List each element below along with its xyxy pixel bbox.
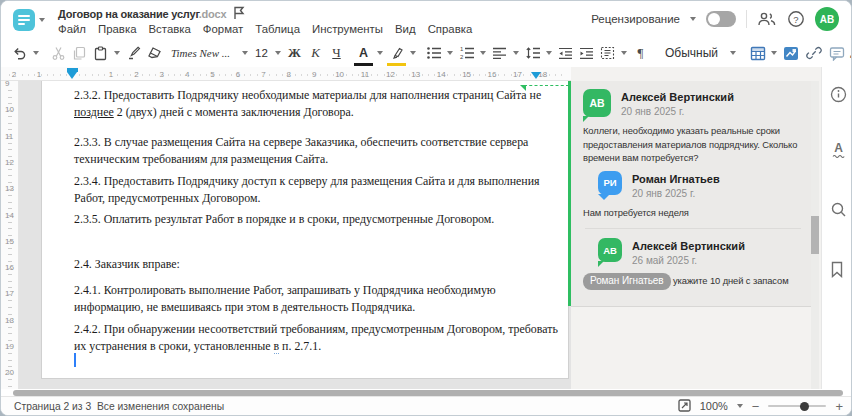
paragraph-line[interactable]: 2.4.1. Контролировать выполнение Работ, … — [74, 282, 549, 299]
spellcheck-icon[interactable]: А — [830, 141, 847, 158]
bullet-list-caret-icon[interactable] — [444, 51, 456, 55]
font-color-button[interactable]: А — [353, 41, 374, 65]
undo-button[interactable] — [9, 41, 30, 65]
font-size-caret-icon[interactable] — [272, 51, 284, 55]
svg-text:2: 2 — [460, 54, 464, 60]
paragraph-line[interactable]: информацию, не вмешиваясь при этом в дея… — [74, 299, 549, 316]
paragraph-line[interactable]: их устранения в сроки, установленные в п… — [74, 338, 549, 355]
line-spacing-button[interactable] — [522, 41, 543, 65]
numbered-list-caret-icon[interactable] — [477, 51, 489, 55]
highlight-caret-icon[interactable] — [407, 51, 419, 55]
app-logo-icon[interactable] — [13, 9, 35, 31]
flag-icon[interactable] — [233, 6, 245, 23]
zoom-slider[interactable] — [768, 405, 826, 407]
page-indicator[interactable]: Страница 2 из 3 — [14, 401, 91, 412]
undo-caret-icon[interactable] — [30, 51, 42, 55]
logo-menu-caret-icon[interactable] — [39, 18, 45, 22]
insert-table-button[interactable] — [747, 41, 768, 65]
paragraph-line[interactable]: 2.3.2. Предоставить Подрядчику необходим… — [74, 87, 549, 104]
decrease-indent-button[interactable] — [555, 41, 576, 65]
comment-button[interactable] — [826, 41, 847, 65]
format-painter-button[interactable] — [123, 41, 144, 65]
menu-item-7[interactable]: Справка — [428, 23, 473, 35]
paragraph-style-select[interactable]: Обычный — [665, 41, 727, 65]
font-color-caret-icon[interactable] — [374, 51, 386, 55]
zoom-out-button[interactable]: − — [752, 399, 760, 414]
paragraph-settings-caret-icon[interactable] — [618, 51, 630, 55]
panel-scrollbar-thumb[interactable] — [811, 216, 819, 254]
comment-author: Алексей Вертинский — [632, 240, 745, 252]
horizontal-ruler[interactable]: 21123456789101112131415161718 — [1, 67, 571, 81]
paragraph-line[interactable]: 2.4. Заказчик вправе: — [74, 256, 549, 273]
clear-formatting-button[interactable] — [144, 41, 165, 65]
more-tools-button[interactable]: ... — [847, 41, 852, 65]
bold-button[interactable]: Ж — [284, 41, 305, 65]
bullet-list-button[interactable] — [423, 41, 444, 65]
comment-item[interactable]: АВАлексей Вертинский26 май 2025 г.Роман … — [583, 238, 801, 290]
underline-button[interactable]: Ч — [326, 41, 347, 65]
font-size-select[interactable]: 12 — [251, 41, 272, 65]
paragraph-settings-button[interactable] — [597, 41, 618, 65]
comment-text: Коллеги, необходимо указать реальные сро… — [583, 124, 807, 165]
copy-button[interactable] — [69, 41, 90, 65]
mention-chip[interactable]: Роман Игнатьев — [583, 273, 671, 290]
insert-link-button[interactable] — [803, 41, 824, 65]
cut-button[interactable] — [48, 41, 69, 65]
vertical-ruler[interactable]: 91011121314151617181920 — [1, 81, 19, 389]
svg-text:?: ? — [793, 14, 798, 25]
show-formatting-button[interactable]: ¶ — [630, 41, 651, 65]
insert-image-button[interactable] — [780, 41, 801, 65]
review-mode-label[interactable]: Рецензирование — [591, 13, 680, 25]
menu-item-0[interactable]: Файл — [58, 23, 86, 35]
paste-button[interactable] — [90, 41, 111, 65]
paste-caret-icon[interactable] — [111, 51, 123, 55]
zoom-slider-handle[interactable] — [800, 402, 809, 411]
menu-item-5[interactable]: Инструменты — [312, 23, 383, 35]
menu-item-2[interactable]: Вставка — [149, 23, 191, 35]
review-toggle[interactable] — [706, 11, 736, 27]
comment-thread[interactable]: АВАлексей Вертинский20 янв 2025 г.Коллег… — [571, 81, 811, 307]
paragraph-line[interactable]: Работ, предусмотренных Договором. — [74, 190, 549, 207]
table-caret-icon[interactable] — [768, 51, 780, 55]
menu-item-1[interactable]: Правка — [98, 23, 136, 35]
bookmark-icon[interactable] — [830, 261, 847, 278]
style-caret-icon[interactable] — [727, 51, 739, 55]
menu-item-6[interactable]: Вид — [395, 23, 416, 35]
comments-panel: АВАлексей Вертинский20 янв 2025 г.Коллег… — [571, 67, 821, 389]
comment-item[interactable]: АВАлексей Вертинский20 янв 2025 г.Коллег… — [583, 89, 801, 165]
paragraph-line[interactable]: 2.3.3. В случае размещения Сайта на серв… — [74, 134, 549, 151]
document-text[interactable]: 2.3.2. Предоставить Подрядчику необходим… — [41, 81, 569, 389]
zoom-caret-icon[interactable] — [737, 404, 743, 408]
font-name-caret-icon[interactable] — [239, 51, 251, 55]
info-icon[interactable] — [830, 86, 847, 103]
menu-item-3[interactable]: Формат — [203, 23, 243, 35]
zoom-in-button[interactable]: + — [835, 399, 843, 414]
menu-item-4[interactable]: Таблица — [255, 23, 300, 35]
line-spacing-caret-icon[interactable] — [543, 51, 555, 55]
highlight-color-button[interactable] — [386, 41, 407, 65]
italic-button[interactable]: К — [305, 41, 326, 65]
indent-marker-right[interactable] — [531, 72, 541, 79]
header: Договор на оказание услуг.docx ФайлПравк… — [1, 1, 851, 39]
search-icon[interactable] — [830, 201, 847, 218]
align-caret-icon[interactable] — [510, 51, 522, 55]
comment-item[interactable]: РИРоман Игнатьев20 янв 2025 г.Нам потреб… — [583, 171, 801, 220]
paragraph-line[interactable]: 2.4.2. При обнаружении несоответствий тр… — [74, 321, 549, 338]
zoom-value[interactable]: 100% — [700, 400, 728, 412]
numbered-list-button[interactable]: 12 — [456, 41, 477, 65]
align-button[interactable] — [489, 41, 510, 65]
menu-bar: ФайлПравкаВставкаФорматТаблицаИнструмент… — [58, 23, 472, 35]
indent-marker-left[interactable] — [67, 68, 78, 79]
paragraph-line[interactable]: техническим требованиям для размещения С… — [74, 151, 549, 168]
paragraph-line[interactable]: 2.3.5. Оплатить результат Работ в порядк… — [74, 211, 549, 228]
collaboration-icon[interactable] — [757, 11, 777, 27]
comment-text: Нам потребуется неделя — [583, 206, 807, 220]
fit-page-icon[interactable] — [678, 399, 691, 414]
paragraph-line[interactable]: позднее 2 (двух) дней с момента заключен… — [74, 104, 549, 121]
help-icon[interactable]: ? — [787, 10, 805, 28]
user-avatar[interactable]: АВ — [815, 7, 839, 31]
font-name-select[interactable]: Times New ... — [171, 41, 239, 65]
increase-indent-button[interactable] — [576, 41, 597, 65]
review-caret-icon[interactable] — [690, 17, 696, 21]
paragraph-line[interactable]: 2.3.4. Предоставить Подрядчику доступ к … — [74, 173, 549, 190]
